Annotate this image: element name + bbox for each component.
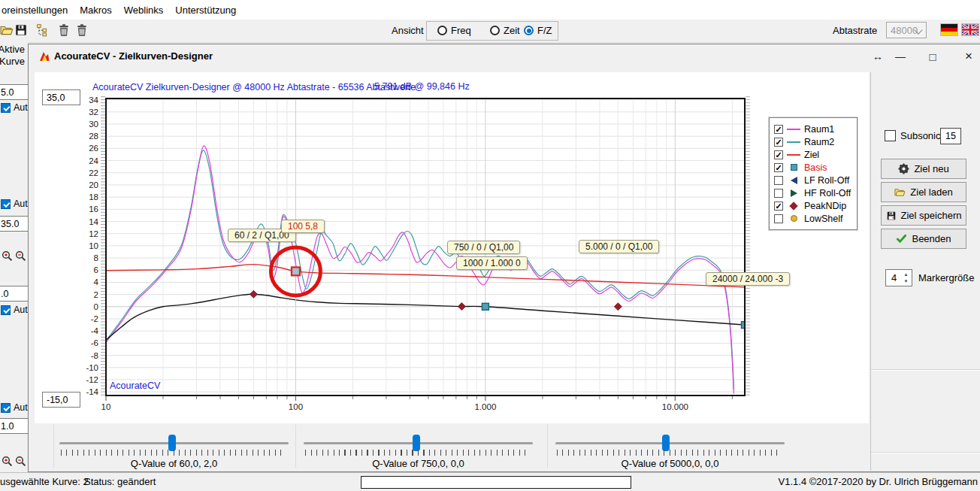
window-close-button[interactable]: × [958,47,979,66]
folder-open-icon[interactable] [0,23,14,37]
legend-item-lf-roll-off[interactable]: LF Roll-Off [774,174,852,186]
ziel-neu-button[interactable]: Ziel neu [881,159,966,179]
ziel-laden-button[interactable]: Ziel laden [881,182,966,202]
legend-item-ziel[interactable]: ✓Ziel [774,148,852,161]
y-tick-label: 0 [94,302,98,311]
subsonic-checkbox-row[interactable]: Subsonic [885,130,940,141]
y-tick-label: 22 [89,168,98,177]
menu-item-makros[interactable]: Makros [74,5,118,16]
checkbox-checked-icon[interactable]: ✓ [774,202,783,211]
slider-thumb[interactable] [662,435,670,451]
checkbox-checked-icon[interactable]: ✓ [774,125,783,134]
radio-freq-dot[interactable] [437,26,447,35]
y-tick-label: -2 [91,314,98,323]
status-progress-box [361,476,631,489]
checkbox-checked-icon[interactable] [1,305,11,315]
checkbox-checked-icon[interactable] [1,103,11,113]
window-resize-button[interactable]: ↔ [867,47,888,66]
legend-label: Raum1 [804,124,834,135]
trash-icon[interactable] [57,23,71,37]
samplerate-select[interactable]: 48000 [886,22,927,38]
y-tick-label: 26 [89,144,98,153]
slider-thumb[interactable] [168,435,176,451]
save-icon[interactable] [14,23,28,37]
zoom-in-icon[interactable] [2,456,13,467]
y-tick-label: 24 [89,156,98,165]
q-slider-750: Q-Value of 750,0, 0,0 [304,424,533,471]
radio-zeit-dot[interactable] [490,26,500,35]
legend-symbol-line-icon [786,129,801,130]
menu-item-weblinks[interactable]: Weblinks [118,5,170,16]
curve-list-icon[interactable] [36,23,50,37]
selected-marker[interactable] [292,267,300,275]
dialog-titlebar[interactable]: AcourateCV - Zielkurven-Designer ↔ — □ × [29,44,980,69]
status-bar: usgewählte Kurve: 2 Status: geändert V1.… [0,472,980,491]
slider-ticks [557,450,782,456]
legend-item-raum2[interactable]: ✓Raum2 [774,135,852,148]
menu-item-unterstuetzung[interactable]: Unterstützung [169,5,242,16]
q-slider-5000: Q-Value of 5000,0, 0,0 [555,424,785,471]
legend-item-basis[interactable]: ✓Basis [774,161,852,174]
range-min-field[interactable]: 1.0 [0,418,28,434]
legend-label: LF Roll-Off [804,175,849,186]
marker-size-stepper[interactable]: 4 ▲▼ [885,269,912,286]
legend-item-hf-roll-off[interactable]: HF Roll-Off [774,186,852,199]
subsonic-value-input[interactable]: 15 [940,128,961,144]
y-tick-label: -4 [91,326,99,335]
checkbox-unchecked-icon[interactable] [774,189,783,198]
window-maximize-button[interactable]: □ [922,47,943,66]
slider-separator [547,424,548,468]
zoom-out-icon[interactable] [15,250,26,262]
checkbox-unchecked-icon[interactable] [774,214,783,223]
legend-item-raum1[interactable]: ✓Raum1 [774,123,852,135]
check-icon [896,233,907,244]
y-tick-label: 30 [89,120,98,129]
auto-checkbox-3[interactable]: Auto [1,305,28,315]
zoom-out-icon[interactable] [15,456,26,467]
checkbox-unchecked-icon[interactable] [774,176,783,185]
y-tick-label: -12 [86,375,98,384]
curve-min-field[interactable]: 35.0 [0,216,28,232]
range-max-field[interactable]: .0 [0,286,28,302]
uk-flag-icon[interactable] [962,24,978,35]
trash-all-icon[interactable] [75,23,89,37]
legend-item-lowshelf[interactable]: LowShelf [774,212,852,225]
annotation-tooltip: 100 5,8 [281,220,325,233]
stepper-arrows-icon[interactable]: ▲▼ [901,270,911,286]
legend-label: Basis [804,162,827,173]
checkbox-checked-icon[interactable] [1,199,11,209]
checkbox-checked-icon[interactable]: ✓ [774,150,783,159]
checkbox-checked-icon[interactable]: ✓ [774,138,783,147]
acourate-app-icon [38,50,50,62]
legend-label: Ziel [804,150,819,160]
auto-checkbox-4[interactable]: Auto [1,402,28,413]
basis-marker[interactable] [482,303,488,310]
ziel-speichern-button[interactable]: Ziel speichern [881,205,966,226]
window-minimize-button[interactable]: — [890,47,911,66]
version-label: V1.1.4 ©2017-2020 by Dr. Ulrich Brüggema… [779,476,978,487]
checkbox-checked-icon[interactable]: ✓ [774,163,783,172]
slider-thumb[interactable] [413,435,420,451]
auto-checkbox-1[interactable]: Auto [1,102,28,113]
checkbox-checked-icon[interactable] [1,403,11,413]
separator [871,452,980,453]
radio-fz-dot[interactable] [524,26,534,35]
y-tick-label: 28 [89,132,98,141]
radio-freq[interactable]: Freq [437,25,471,36]
menu-item-voreinstellungen[interactable]: oreinstellungen [0,5,74,16]
legend-symbol-tri-left-icon [786,177,801,184]
legend-item-peakndip[interactable]: ✓PeakNDip [774,199,852,212]
curve-max-field[interactable]: 5.0 [0,84,28,100]
legend-label: Raum2 [804,137,834,147]
radio-zeit[interactable]: Zeit [490,25,520,36]
radio-fz[interactable]: F/Z [524,25,552,36]
german-flag-icon[interactable] [941,24,957,35]
slider-track[interactable] [555,442,785,444]
beenden-button[interactable]: Beenden [881,229,966,249]
aktive-kurve-label: Aktive Kurve [0,44,25,68]
slider-label: Q-Value of 5000,0, 0,0 [555,458,785,469]
zoom-in-icon[interactable] [2,250,13,262]
checkbox-unchecked-icon[interactable] [885,130,896,141]
auto-checkbox-2[interactable]: Auto [1,199,28,209]
y-tick-label: 16 [89,205,98,214]
